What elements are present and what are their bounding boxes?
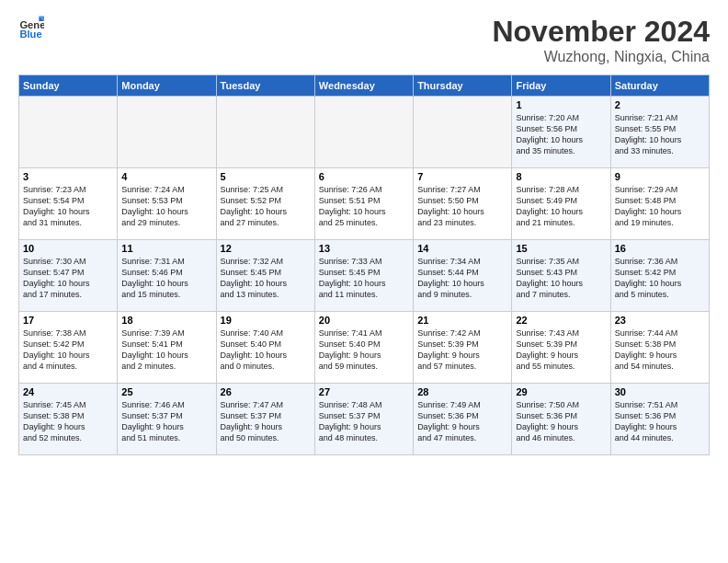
calendar-cell: 17Sunrise: 7:38 AM Sunset: 5:42 PM Dayli… — [19, 312, 118, 384]
day-number: 2 — [615, 99, 705, 110]
calendar-cell: 25Sunrise: 7:46 AM Sunset: 5:37 PM Dayli… — [118, 384, 216, 455]
day-number: 22 — [516, 315, 606, 326]
day-info: Sunrise: 7:51 AM Sunset: 5:36 PM Dayligh… — [615, 399, 705, 444]
calendar-week-row: 3Sunrise: 7:23 AM Sunset: 5:54 PM Daylig… — [19, 168, 710, 240]
calendar-cell: 3Sunrise: 7:23 AM Sunset: 5:54 PM Daylig… — [19, 168, 118, 240]
calendar-cell — [19, 97, 118, 168]
calendar-cell — [216, 97, 314, 168]
calendar-cell: 23Sunrise: 7:44 AM Sunset: 5:38 PM Dayli… — [610, 312, 709, 384]
day-number: 6 — [319, 171, 409, 182]
calendar-cell: 5Sunrise: 7:25 AM Sunset: 5:52 PM Daylig… — [216, 168, 314, 240]
day-number: 23 — [615, 315, 705, 326]
day-info: Sunrise: 7:31 AM Sunset: 5:46 PM Dayligh… — [121, 256, 211, 301]
day-info: Sunrise: 7:36 AM Sunset: 5:42 PM Dayligh… — [615, 256, 705, 301]
logo-icon: General Blue — [18, 15, 44, 40]
calendar-week-row: 1Sunrise: 7:20 AM Sunset: 5:56 PM Daylig… — [19, 97, 710, 168]
day-info: Sunrise: 7:20 AM Sunset: 5:56 PM Dayligh… — [516, 112, 606, 157]
day-number: 15 — [516, 243, 606, 254]
day-number: 8 — [516, 171, 606, 182]
svg-text:Blue: Blue — [19, 29, 41, 40]
day-number: 9 — [615, 171, 705, 182]
page-container: General Blue November 2024 Wuzhong, Ning… — [0, 0, 728, 465]
day-number: 4 — [121, 171, 211, 182]
day-info: Sunrise: 7:25 AM Sunset: 5:52 PM Dayligh… — [221, 184, 311, 229]
calendar-cell: 10Sunrise: 7:30 AM Sunset: 5:47 PM Dayli… — [19, 240, 118, 312]
day-info: Sunrise: 7:32 AM Sunset: 5:45 PM Dayligh… — [221, 256, 311, 301]
calendar-cell: 21Sunrise: 7:42 AM Sunset: 5:39 PM Dayli… — [414, 312, 512, 384]
calendar-cell: 27Sunrise: 7:48 AM Sunset: 5:37 PM Dayli… — [314, 384, 413, 455]
calendar-cell: 7Sunrise: 7:27 AM Sunset: 5:50 PM Daylig… — [414, 168, 512, 240]
day-info: Sunrise: 7:30 AM Sunset: 5:47 PM Dayligh… — [23, 256, 113, 301]
calendar-table: SundayMondayTuesdayWednesdayThursdayFrid… — [18, 75, 710, 455]
day-info: Sunrise: 7:42 AM Sunset: 5:39 PM Dayligh… — [417, 327, 507, 373]
day-number: 13 — [319, 243, 409, 254]
calendar-cell: 20Sunrise: 7:41 AM Sunset: 5:40 PM Dayli… — [314, 312, 413, 384]
calendar-cell: 8Sunrise: 7:28 AM Sunset: 5:49 PM Daylig… — [512, 168, 610, 240]
day-info: Sunrise: 7:48 AM Sunset: 5:37 PM Dayligh… — [319, 399, 409, 444]
calendar-cell: 26Sunrise: 7:47 AM Sunset: 5:37 PM Dayli… — [216, 384, 314, 455]
calendar-cell — [314, 97, 413, 168]
day-number: 25 — [121, 386, 211, 397]
day-info: Sunrise: 7:38 AM Sunset: 5:42 PM Dayligh… — [23, 327, 113, 373]
day-info: Sunrise: 7:45 AM Sunset: 5:38 PM Dayligh… — [23, 399, 113, 444]
calendar-week-row: 10Sunrise: 7:30 AM Sunset: 5:47 PM Dayli… — [19, 240, 710, 312]
day-number: 26 — [221, 386, 311, 397]
day-number: 17 — [23, 315, 113, 326]
day-info: Sunrise: 7:44 AM Sunset: 5:38 PM Dayligh… — [615, 327, 705, 373]
day-info: Sunrise: 7:27 AM Sunset: 5:50 PM Dayligh… — [417, 184, 507, 229]
header: General Blue November 2024 Wuzhong, Ning… — [18, 15, 710, 65]
calendar-cell: 11Sunrise: 7:31 AM Sunset: 5:46 PM Dayli… — [118, 240, 216, 312]
day-info: Sunrise: 7:46 AM Sunset: 5:37 PM Dayligh… — [121, 399, 211, 444]
calendar-cell: 18Sunrise: 7:39 AM Sunset: 5:41 PM Dayli… — [118, 312, 216, 384]
calendar-cell: 29Sunrise: 7:50 AM Sunset: 5:36 PM Dayli… — [512, 384, 610, 455]
location-title: Wuzhong, Ningxia, China — [492, 49, 710, 65]
day-info: Sunrise: 7:49 AM Sunset: 5:36 PM Dayligh… — [417, 399, 507, 444]
col-header-sunday: Sunday — [19, 75, 118, 97]
day-info: Sunrise: 7:43 AM Sunset: 5:39 PM Dayligh… — [516, 327, 606, 373]
month-title: November 2024 — [492, 15, 710, 49]
day-info: Sunrise: 7:35 AM Sunset: 5:43 PM Dayligh… — [516, 256, 606, 301]
day-number: 12 — [221, 243, 311, 254]
calendar-week-row: 24Sunrise: 7:45 AM Sunset: 5:38 PM Dayli… — [19, 384, 710, 455]
day-info: Sunrise: 7:34 AM Sunset: 5:44 PM Dayligh… — [417, 256, 507, 301]
day-number: 24 — [23, 386, 113, 397]
day-info: Sunrise: 7:26 AM Sunset: 5:51 PM Dayligh… — [319, 184, 409, 229]
day-number: 20 — [319, 315, 409, 326]
day-number: 3 — [23, 171, 113, 182]
day-info: Sunrise: 7:41 AM Sunset: 5:40 PM Dayligh… — [319, 327, 409, 373]
calendar-cell: 28Sunrise: 7:49 AM Sunset: 5:36 PM Dayli… — [414, 384, 512, 455]
day-info: Sunrise: 7:28 AM Sunset: 5:49 PM Dayligh… — [516, 184, 606, 229]
day-number: 10 — [23, 243, 113, 254]
day-info: Sunrise: 7:47 AM Sunset: 5:37 PM Dayligh… — [221, 399, 311, 444]
calendar-cell — [118, 97, 216, 168]
logo: General Blue — [18, 15, 44, 40]
day-info: Sunrise: 7:29 AM Sunset: 5:48 PM Dayligh… — [615, 184, 705, 229]
day-number: 11 — [121, 243, 211, 254]
calendar-header-row: SundayMondayTuesdayWednesdayThursdayFrid… — [19, 75, 710, 97]
calendar-week-row: 17Sunrise: 7:38 AM Sunset: 5:42 PM Dayli… — [19, 312, 710, 384]
day-number: 5 — [221, 171, 311, 182]
col-header-thursday: Thursday — [414, 75, 512, 97]
day-info: Sunrise: 7:40 AM Sunset: 5:40 PM Dayligh… — [221, 327, 311, 373]
calendar-cell: 13Sunrise: 7:33 AM Sunset: 5:45 PM Dayli… — [314, 240, 413, 312]
col-header-friday: Friday — [512, 75, 610, 97]
day-info: Sunrise: 7:21 AM Sunset: 5:55 PM Dayligh… — [615, 112, 705, 157]
calendar-cell: 30Sunrise: 7:51 AM Sunset: 5:36 PM Dayli… — [610, 384, 709, 455]
col-header-saturday: Saturday — [610, 75, 709, 97]
day-info: Sunrise: 7:23 AM Sunset: 5:54 PM Dayligh… — [23, 184, 113, 229]
calendar-cell: 2Sunrise: 7:21 AM Sunset: 5:55 PM Daylig… — [610, 97, 709, 168]
calendar-cell: 19Sunrise: 7:40 AM Sunset: 5:40 PM Dayli… — [216, 312, 314, 384]
calendar-cell: 9Sunrise: 7:29 AM Sunset: 5:48 PM Daylig… — [610, 168, 709, 240]
day-number: 19 — [221, 315, 311, 326]
col-header-wednesday: Wednesday — [314, 75, 413, 97]
calendar-cell: 15Sunrise: 7:35 AM Sunset: 5:43 PM Dayli… — [512, 240, 610, 312]
col-header-monday: Monday — [118, 75, 216, 97]
day-info: Sunrise: 7:33 AM Sunset: 5:45 PM Dayligh… — [319, 256, 409, 301]
day-number: 14 — [417, 243, 507, 254]
calendar-cell: 14Sunrise: 7:34 AM Sunset: 5:44 PM Dayli… — [414, 240, 512, 312]
day-number: 21 — [417, 315, 507, 326]
day-number: 29 — [516, 386, 606, 397]
day-number: 18 — [121, 315, 211, 326]
day-number: 16 — [615, 243, 705, 254]
day-info: Sunrise: 7:50 AM Sunset: 5:36 PM Dayligh… — [516, 399, 606, 444]
